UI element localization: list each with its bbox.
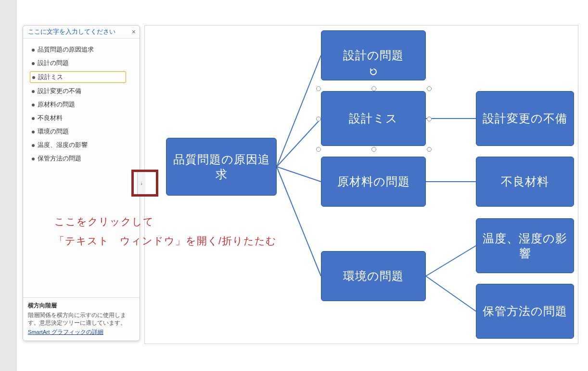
highlight-box [131,170,158,197]
selection-handle[interactable] [316,147,321,152]
diagram-node-n4a[interactable]: 温度、湿度の影響 [476,218,574,273]
diagram-edge [277,55,321,167]
selection-handle[interactable] [427,86,432,91]
diagram-edge [277,167,321,276]
bullet-icon [32,76,35,79]
text-pane-footer: 横方向階層 階層関係を横方向に示すのに使用します。意思決定ツリーに適しています。… [23,297,140,341]
outline-item[interactable]: 品質問題の原因追求 [30,43,136,56]
text-pane-title: ここに文字を入力してください [28,27,115,36]
smartart-diagram[interactable]: 品質問題の原因追求設計の問題設計ミス設計変更の不備原材料の問題不良材料環境の問題… [144,25,578,344]
annotation-text: ここをクリックして 「テキスト ウィンドウ」を開く/折りたたむ [54,212,277,251]
close-icon[interactable]: × [132,28,136,35]
bullet-icon [32,104,35,106]
outline-item-label: 不良材料 [38,114,63,121]
text-pane-outline[interactable]: 品質問題の原因追求設計の問題設計ミス設計変更の不備原材料の問題不良材料環境の問題… [23,39,140,297]
diagram-edge [426,276,476,311]
annotation-line-1: ここをクリックして [54,216,154,227]
layout-name: 横方向階層 [28,302,135,310]
outline-item-label: 設計ミス [38,73,63,80]
outline-item[interactable]: 環境の問題 [30,125,136,138]
selection-handle[interactable] [316,117,321,121]
outline-item-label: 保管方法の問題 [38,155,81,162]
outline-item[interactable]: 設計ミス [30,70,136,84]
selection-handle[interactable] [427,147,432,152]
selection-handle[interactable] [316,86,321,91]
rotate-handle-icon[interactable] [370,68,377,76]
outline-item[interactable]: 不良材料 [30,112,136,124]
outline-item-label: 設計の問題 [38,59,69,66]
text-pane-header: ここに文字を入力してください × [23,26,140,39]
diagram-edge [426,246,476,276]
layout-description: 階層関係を横方向に示すのに使用します。意思決定ツリーに適しています。 [28,311,135,327]
outline-item-label: 温度、湿度の影響 [38,141,88,148]
diagram-node-n2[interactable]: 設計ミス [321,91,426,146]
diagram-node-n4[interactable]: 環境の問題 [321,251,426,301]
selection-handle[interactable] [427,117,432,121]
diagram-edge [277,167,321,182]
left-gutter [0,0,17,371]
smartart-details-link[interactable]: SmartArt グラフィックの詳細 [28,329,135,336]
outline-item[interactable]: 保管方法の問題 [30,152,136,165]
diagram-node-n2a[interactable]: 設計変更の不備 [476,91,574,146]
diagram-node-n3[interactable]: 原材料の問題 [321,157,426,207]
bullet-icon [32,62,35,65]
diagram-node-n3a[interactable]: 不良材料 [476,157,574,207]
bullet-icon [32,90,35,93]
outline-item-label: 環境の問題 [38,128,69,135]
outline-item-label: 原材料の問題 [38,101,75,108]
bullet-icon [32,158,35,160]
bullet-icon [32,49,35,52]
bullet-icon [32,131,35,133]
outline-item[interactable]: 原材料の問題 [30,98,136,111]
outline-item-label: 設計変更の不備 [38,87,81,94]
smartart-text-pane[interactable]: ここに文字を入力してください × 品質問題の原因追求設計の問題設計ミス設計変更の… [23,25,140,341]
bullet-icon [32,144,35,147]
outline-item[interactable]: 設計の問題 [30,57,136,69]
annotation-line-2: 「テキスト ウィンドウ」を開く/折りたたむ [54,235,277,246]
outline-item[interactable]: 設計変更の不備 [30,85,136,97]
outline-item-label: 品質問題の原因追求 [38,46,94,53]
outline-item[interactable]: 温度、湿度の影響 [30,139,136,151]
selection-handle[interactable] [371,147,376,152]
diagram-node-root[interactable]: 品質問題の原因追求 [166,138,277,196]
bullet-icon [32,117,35,120]
diagram-edge [277,119,321,167]
selection-handle[interactable] [371,86,376,91]
diagram-node-n4b[interactable]: 保管方法の問題 [476,284,574,339]
